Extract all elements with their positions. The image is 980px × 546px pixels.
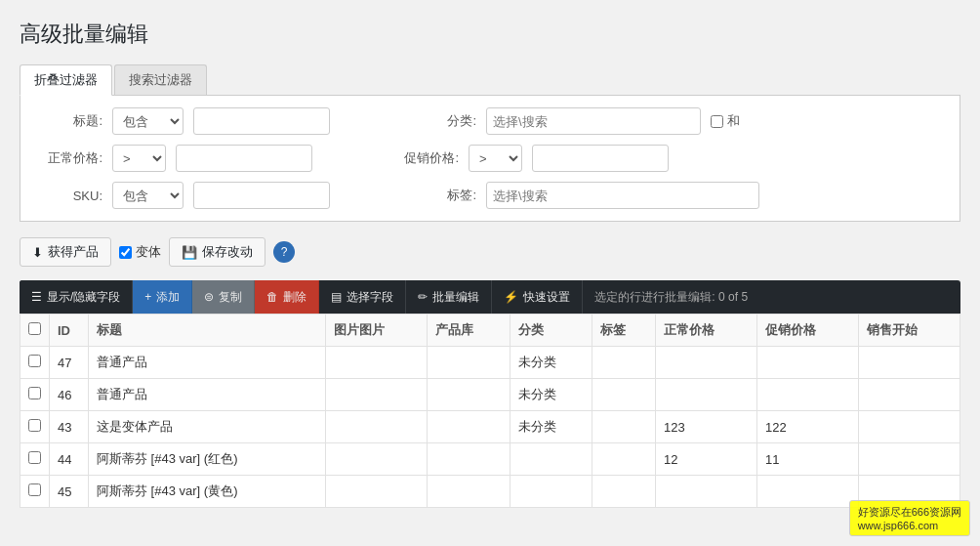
watermark-line1: 好资源尽在666资源网: [858, 505, 961, 520]
header-category: 分类: [510, 315, 592, 347]
row-sale-start: [858, 379, 960, 411]
variant-label: 变体: [136, 243, 161, 261]
select-fields-label: 选择字段: [347, 289, 393, 306]
tab-collapse-filter[interactable]: 折叠过滤器: [20, 64, 112, 96]
tab-search-filter[interactable]: 搜索过滤器: [114, 64, 207, 95]
title-filter-label: 标题:: [34, 112, 102, 130]
row-checkbox-0[interactable]: [28, 355, 41, 367]
row-image: [326, 347, 428, 379]
header-stock: 产品库: [428, 315, 510, 347]
row-category: 未分类: [510, 347, 592, 379]
header-sale-start: 销售开始: [858, 315, 960, 347]
row-checkbox-3[interactable]: [28, 451, 41, 464]
filter-tab-bar: 折叠过滤器 搜索过滤器: [20, 64, 960, 96]
filter-row-2: 正常价格: > < = 促销价格: > < =: [34, 145, 946, 172]
row-checkbox-cell: [20, 347, 50, 379]
header-row: ID 标题 图片图片 产品库 分类 标签 正常价格 促销价格 销售开始: [20, 315, 960, 347]
row-id: 45: [50, 476, 89, 508]
row-sale-start: [858, 347, 960, 379]
row-id: 44: [50, 443, 89, 476]
add-button[interactable]: + 添加: [133, 280, 192, 314]
sku-input[interactable]: [193, 182, 330, 209]
table-body: 47 普通产品 未分类 46 普通产品 未分类: [20, 347, 960, 508]
normal-price-operator-select[interactable]: > < =: [112, 145, 166, 172]
row-id: 43: [50, 411, 89, 443]
header-title: 标题: [89, 315, 326, 347]
row-checkbox-cell: [20, 476, 50, 508]
title-operator-select[interactable]: 包含 不包含 等于: [112, 107, 184, 135]
header-image: 图片图片: [326, 315, 428, 347]
action-bar: ☰ 显示/隐藏字段 + 添加 ⊜ 复制 🗑 删除 ▤ 选择字段 ✏ 批量编辑 ⚡…: [20, 280, 960, 314]
category-search-input[interactable]: [486, 107, 701, 135]
batch-edit-button[interactable]: ✏ 批量编辑: [406, 280, 492, 314]
quick-settings-button[interactable]: ⚡ 快速设置: [492, 280, 583, 314]
row-tags: [592, 411, 656, 443]
watermark: 好资源尽在666资源网 www.jsp666.com: [849, 500, 970, 527]
normal-price-input[interactable]: [176, 145, 312, 172]
show-hide-label: 显示/隐藏字段: [47, 289, 120, 306]
tags-search-input[interactable]: [486, 182, 759, 209]
row-image: [326, 443, 428, 476]
variant-checkbox-label[interactable]: 变体: [119, 243, 161, 261]
add-icon: +: [144, 290, 151, 304]
sku-operator-select[interactable]: 包含 不包含 等于: [112, 182, 184, 209]
edit-icon: ✏: [418, 290, 428, 304]
copy-icon: ⊜: [204, 290, 214, 304]
title-value-input[interactable]: [193, 107, 330, 135]
selected-info: 选定的行进行批量编辑: 0 of 5: [583, 289, 960, 306]
copy-button[interactable]: ⊜ 复制: [192, 280, 255, 314]
variant-checkbox[interactable]: [119, 246, 132, 259]
select-fields-button[interactable]: ▤ 选择字段: [319, 280, 406, 314]
row-stock: [428, 476, 510, 508]
header-normal-price: 正常价格: [655, 315, 756, 347]
filter-row-3: SKU: 包含 不包含 等于 标签:: [34, 182, 946, 209]
row-image: [326, 476, 428, 508]
batch-edit-label: 批量编辑: [432, 289, 479, 306]
row-normal-price: [655, 347, 756, 379]
row-tags: [592, 443, 656, 476]
header-tags: 标签: [592, 315, 656, 347]
save-button[interactable]: 💾 保存改动: [169, 237, 265, 267]
row-normal-price: 12: [655, 443, 756, 476]
row-normal-price: 123: [655, 411, 756, 443]
table-row: 45 阿斯蒂芬 [#43 var] (黄色): [20, 476, 960, 508]
row-checkbox-1[interactable]: [28, 387, 41, 399]
sale-price-input[interactable]: [532, 145, 669, 172]
save-icon: 💾: [182, 245, 197, 260]
row-image: [326, 411, 428, 443]
row-stock: [428, 443, 510, 476]
row-sale-price: [756, 347, 858, 379]
row-category: 未分类: [510, 411, 592, 443]
row-stock: [428, 411, 510, 443]
category-filter-group: 分类: 和: [398, 107, 740, 135]
select-all-checkbox[interactable]: [28, 322, 41, 335]
get-products-label: 获得产品: [48, 243, 99, 261]
get-products-button[interactable]: ⬇ 获得产品: [20, 237, 111, 267]
row-title: 阿斯蒂芬 [#43 var] (红色): [89, 443, 326, 476]
delete-button[interactable]: 🗑 删除: [255, 280, 319, 314]
table-row: 44 阿斯蒂芬 [#43 var] (红色) 12 11: [20, 443, 960, 476]
filter-panel: 标题: 包含 不包含 等于 分类: 和 正常价格: > < =: [20, 96, 960, 222]
columns-icon: ☰: [31, 290, 42, 304]
show-hide-fields-button[interactable]: ☰ 显示/隐藏字段: [20, 280, 133, 314]
sale-price-label: 促销价格:: [381, 149, 459, 167]
row-sale-price: 11: [756, 443, 858, 476]
category-filter-label: 分类:: [398, 112, 476, 130]
row-normal-price: [655, 476, 756, 508]
and-checkbox-wrap: 和: [711, 112, 740, 130]
row-checkbox-2[interactable]: [28, 419, 41, 432]
row-tags: [592, 347, 656, 379]
products-table: ID 标题 图片图片 产品库 分类 标签 正常价格 促销价格 销售开始 47 普…: [20, 314, 960, 508]
row-title: 普通产品: [89, 347, 326, 379]
trash-icon: 🗑: [266, 290, 278, 304]
row-checkbox-4[interactable]: [28, 483, 41, 496]
and-checkbox[interactable]: [711, 115, 723, 128]
row-category: 未分类: [510, 379, 592, 411]
row-sale-price: [756, 379, 858, 411]
help-icon[interactable]: ?: [273, 241, 295, 263]
select-icon: ▤: [331, 290, 342, 304]
add-label: 添加: [156, 289, 180, 306]
row-checkbox-cell: [20, 443, 50, 476]
sale-price-operator-select[interactable]: > < =: [469, 145, 522, 172]
row-title: 普通产品: [89, 379, 326, 411]
